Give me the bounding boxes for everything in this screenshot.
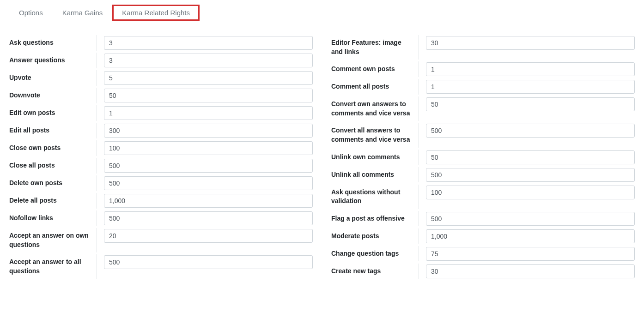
input-change-tags[interactable] <box>426 247 635 261</box>
label-delete-all-posts: Delete all posts <box>9 193 97 209</box>
label-change-tags: Change question tags <box>331 246 419 262</box>
input-accept-own[interactable] <box>104 229 313 243</box>
tab-karma-gains[interactable]: Karma Gains <box>53 5 113 21</box>
input-accept-all[interactable] <box>104 255 313 269</box>
label-comment-all: Comment all posts <box>331 79 419 95</box>
input-flag-offensive[interactable] <box>426 212 635 226</box>
input-convert-own[interactable] <box>426 97 635 111</box>
input-delete-all-posts[interactable] <box>104 194 313 208</box>
input-moderate-posts[interactable] <box>426 229 635 243</box>
input-comment-own[interactable] <box>426 62 635 76</box>
input-unlink-own[interactable] <box>426 150 635 164</box>
left-column: Ask questions Answer questions Upvote Do… <box>9 35 313 279</box>
label-editor-features: Editor Features: image and links <box>331 35 419 60</box>
label-edit-all-posts: Edit all posts <box>9 123 97 138</box>
label-convert-own: Convert own answers to comments and vice… <box>331 96 419 121</box>
input-edit-all-posts[interactable] <box>104 124 313 138</box>
input-delete-own-posts[interactable] <box>104 176 313 190</box>
input-nofollow-links[interactable] <box>104 211 313 225</box>
input-convert-all[interactable] <box>426 124 635 138</box>
input-close-own-posts[interactable] <box>104 141 313 155</box>
label-downvote: Downvote <box>9 88 97 103</box>
form-content: Ask questions Answer questions Upvote Do… <box>9 35 635 279</box>
tab-karma-related-rights[interactable]: Karma Related Rights <box>112 5 200 21</box>
label-unlink-own: Unlink own comments <box>331 150 419 165</box>
label-unlink-all: Unlink all comments <box>331 167 419 183</box>
label-ask-no-validation: Ask questions without validation <box>331 185 419 209</box>
input-upvote[interactable] <box>104 71 313 85</box>
label-close-own-posts: Close own posts <box>9 140 97 156</box>
input-downvote[interactable] <box>104 89 313 102</box>
tab-bar: Options Karma Gains Karma Related Rights <box>9 5 635 21</box>
label-delete-own-posts: Delete own posts <box>9 175 97 191</box>
label-ask-questions: Ask questions <box>9 35 97 51</box>
label-comment-own: Comment own posts <box>331 61 419 77</box>
input-ask-no-validation[interactable] <box>426 186 635 199</box>
label-answer-questions: Answer questions <box>9 53 97 68</box>
label-edit-own-posts: Edit own posts <box>9 105 97 121</box>
input-close-all-posts[interactable] <box>104 159 313 173</box>
label-convert-all: Convert all answers to comments and vice… <box>331 123 419 147</box>
tab-options[interactable]: Options <box>9 5 53 21</box>
input-edit-own-posts[interactable] <box>104 106 313 120</box>
label-accept-all: Accept an answer to all questions <box>9 254 97 279</box>
input-create-tags[interactable] <box>426 264 635 278</box>
input-ask-questions[interactable] <box>104 36 313 50</box>
label-upvote: Upvote <box>9 70 97 86</box>
label-moderate-posts: Moderate posts <box>331 228 419 244</box>
input-comment-all[interactable] <box>426 80 635 94</box>
label-close-all-posts: Close all posts <box>9 158 97 174</box>
input-unlink-all[interactable] <box>426 168 635 182</box>
input-editor-features[interactable] <box>426 36 635 50</box>
right-column: Editor Features: image and links Comment… <box>331 35 635 279</box>
label-flag-offensive: Flag a post as offensive <box>331 211 419 227</box>
label-create-tags: Create new tags <box>331 264 419 279</box>
label-accept-own: Accept an answer on own questions <box>9 228 97 252</box>
input-answer-questions[interactable] <box>104 54 313 67</box>
label-nofollow-links: Nofollow links <box>9 210 97 226</box>
